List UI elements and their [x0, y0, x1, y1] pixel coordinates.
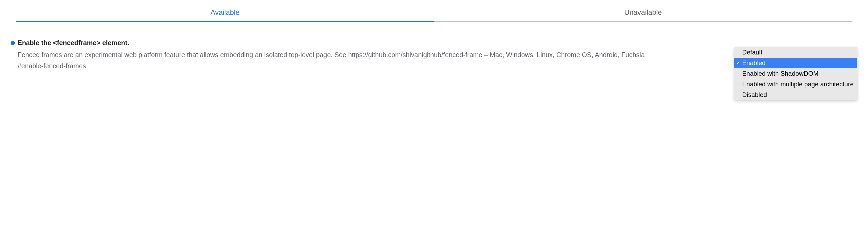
flag-title-row: Enable the <fencedframe> element.	[11, 39, 729, 47]
tabs-container: Available Unavailable	[16, 5, 852, 22]
check-icon: ✓	[736, 60, 740, 66]
dropdown-option-1[interactable]: ✓Enabled	[734, 58, 857, 68]
flag-hash-link[interactable]: #enable-fenced-frames	[18, 62, 729, 70]
dropdown-option-label: Disabled	[742, 91, 767, 98]
flag-content: Enable the <fencedframe> element. Fenced…	[11, 39, 857, 100]
modified-indicator-icon	[11, 41, 15, 45]
flag-dropdown[interactable]: Default✓EnabledEnabled with ShadowDOMEna…	[734, 47, 857, 100]
flag-title: Enable the <fencedframe> element.	[18, 39, 129, 47]
dropdown-option-0[interactable]: Default	[734, 47, 857, 58]
tab-available[interactable]: Available	[16, 5, 434, 22]
flag-description: Fenced frames are an experimental web pl…	[18, 50, 729, 60]
dropdown-option-2[interactable]: Enabled with ShadowDOM	[734, 68, 857, 79]
tab-unavailable-label: Unavailable	[624, 8, 662, 16]
dropdown-option-4[interactable]: Disabled	[734, 89, 857, 100]
tab-available-label: Available	[211, 8, 240, 16]
dropdown-option-3[interactable]: Enabled with multiple page architecture	[734, 79, 857, 89]
flag-info: Enable the <fencedframe> element. Fenced…	[11, 39, 729, 70]
tab-unavailable[interactable]: Unavailable	[434, 5, 852, 22]
dropdown-option-label: Enabled with ShadowDOM	[742, 70, 818, 77]
dropdown-option-label: Default	[742, 49, 762, 56]
dropdown-option-label: Enabled with multiple page architecture	[742, 80, 854, 88]
dropdown-option-label: Enabled	[742, 59, 766, 67]
